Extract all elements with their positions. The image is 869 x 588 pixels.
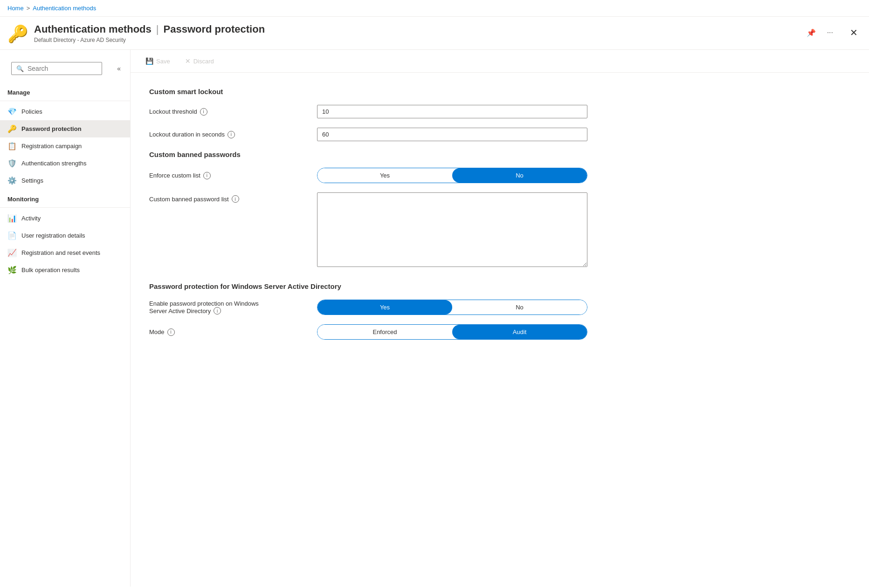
- custom-banned-list-info-icon[interactable]: i: [232, 195, 239, 203]
- authentication-strengths-icon: 🛡️: [7, 159, 17, 168]
- lockout-duration-info-icon[interactable]: i: [228, 131, 235, 138]
- policies-icon: 💎: [7, 107, 17, 116]
- breadcrumb-home[interactable]: Home: [7, 5, 24, 12]
- sidebar-item-settings[interactable]: ⚙️ Settings: [0, 172, 130, 189]
- sidebar-item-authentication-strengths[interactable]: 🛡️ Authentication strengths: [0, 155, 130, 172]
- sidebar-item-registration-reset-events[interactable]: 📈 Registration and reset events: [0, 244, 130, 261]
- lockout-duration-label: Lockout duration in seconds i: [149, 131, 317, 138]
- search-row: 🔍 «: [6, 58, 124, 79]
- sidebar-item-policies-label: Policies: [21, 108, 42, 115]
- sidebar-item-policies[interactable]: 💎 Policies: [0, 103, 130, 120]
- settings-icon: ⚙️: [7, 176, 17, 185]
- mode-row: Mode i Enforced Audit: [149, 324, 850, 340]
- sidebar-item-bulk-operation-results-label: Bulk operation results: [21, 267, 80, 273]
- enforce-yes-button[interactable]: Yes: [317, 168, 452, 183]
- discard-label: Discard: [193, 58, 214, 65]
- user-registration-details-icon: 📄: [7, 231, 17, 240]
- toolbar: 💾 Save ✕ Discard: [131, 50, 869, 73]
- banned-passwords-section-title: Custom banned passwords: [149, 150, 850, 158]
- custom-banned-list-textarea[interactable]: [317, 192, 587, 267]
- mode-enforced-button[interactable]: Enforced: [317, 325, 452, 339]
- registration-campaign-icon: 📋: [7, 142, 17, 150]
- close-button[interactable]: ✕: [846, 25, 862, 40]
- breadcrumb-separator: >: [27, 5, 30, 12]
- sidebar-item-user-registration-details-label: User registration details: [21, 232, 85, 239]
- enforce-custom-list-label: Enforce custom list i: [149, 172, 317, 179]
- main-content: 💾 Save ✕ Discard Custom smart lockout Lo…: [131, 50, 869, 587]
- manage-divider: [0, 101, 130, 101]
- page-title-main: Authentication methods: [34, 23, 152, 35]
- save-icon: 💾: [145, 57, 153, 65]
- discard-button[interactable]: ✕ Discard: [181, 55, 218, 68]
- page-subtitle: Default Directory - Azure AD Security: [34, 37, 265, 43]
- smart-lockout-section-title: Custom smart lockout: [149, 88, 850, 96]
- lockout-duration-input[interactable]: [317, 128, 587, 141]
- search-input[interactable]: [28, 65, 97, 72]
- sidebar-item-password-protection-label: Password protection: [21, 125, 82, 132]
- enable-protection-info-icon[interactable]: i: [214, 307, 221, 315]
- save-label: Save: [156, 58, 170, 65]
- more-options-button[interactable]: ···: [825, 27, 835, 39]
- pin-button[interactable]: 📌: [805, 27, 818, 39]
- enforce-no-button[interactable]: No: [452, 168, 587, 183]
- enable-yes-button[interactable]: Yes: [317, 300, 452, 315]
- registration-reset-events-icon: 📈: [7, 248, 17, 257]
- sidebar-item-password-protection[interactable]: 🔑 Password protection: [0, 120, 130, 137]
- content-body: Custom smart lockout Lockout threshold i…: [131, 73, 869, 364]
- bulk-operation-results-icon: 🌿: [7, 266, 17, 274]
- lockout-threshold-input-wrapper: [317, 105, 587, 118]
- mode-info-icon[interactable]: i: [167, 328, 175, 336]
- sidebar-item-activity-label: Activity: [21, 215, 41, 222]
- sidebar-item-authentication-strengths-label: Authentication strengths: [21, 160, 86, 167]
- manage-section-header: Manage: [0, 82, 130, 99]
- main-layout: 🔍 « Manage 💎 Policies 🔑 Password protect…: [0, 50, 869, 587]
- page-title-divider: |: [156, 23, 159, 35]
- page-header-text: Authentication methods | Password protec…: [34, 23, 265, 43]
- header-actions: 📌 ··· ✕: [805, 23, 862, 40]
- breadcrumb: Home > Authentication methods: [0, 0, 869, 17]
- password-protection-icon: 🔑: [7, 124, 17, 133]
- page-header-icon: 🔑: [7, 24, 28, 44]
- sidebar-item-registration-campaign[interactable]: 📋 Registration campaign: [0, 137, 130, 155]
- enforce-custom-list-info-icon[interactable]: i: [203, 172, 211, 179]
- custom-banned-list-row: Custom banned password list i: [149, 192, 850, 268]
- custom-banned-list-label: Custom banned password list i: [149, 192, 317, 203]
- sidebar-item-registration-reset-events-label: Registration and reset events: [21, 249, 100, 256]
- enable-protection-toggle[interactable]: Yes No: [317, 300, 587, 315]
- enforce-custom-list-toggle[interactable]: Yes No: [317, 168, 587, 183]
- page-title-section: Password protection: [164, 23, 265, 35]
- discard-icon: ✕: [185, 57, 191, 65]
- lockout-threshold-info-icon[interactable]: i: [200, 108, 207, 116]
- lockout-threshold-input[interactable]: [317, 105, 587, 118]
- activity-icon: 📊: [7, 214, 17, 223]
- enable-no-button[interactable]: No: [452, 300, 587, 315]
- sidebar-item-activity[interactable]: 📊 Activity: [0, 210, 130, 227]
- page-title: Authentication methods | Password protec…: [34, 23, 265, 35]
- lockout-duration-input-wrapper: [317, 128, 587, 141]
- monitoring-divider: [0, 207, 130, 208]
- windows-server-section-title: Password protection for Windows Server A…: [149, 282, 850, 290]
- save-button[interactable]: 💾 Save: [142, 55, 174, 68]
- enable-protection-row: Enable password protection on Windows Se…: [149, 300, 850, 315]
- custom-banned-list-textarea-wrapper: [317, 192, 587, 268]
- sidebar-item-registration-campaign-label: Registration campaign: [21, 143, 82, 150]
- mode-label: Mode i: [149, 328, 317, 336]
- mode-toggle[interactable]: Enforced Audit: [317, 324, 587, 340]
- search-icon: 🔍: [16, 65, 24, 72]
- sidebar-item-bulk-operation-results[interactable]: 🌿 Bulk operation results: [0, 261, 130, 279]
- lockout-threshold-row: Lockout threshold i: [149, 105, 850, 118]
- lockout-threshold-label: Lockout threshold i: [149, 108, 317, 116]
- enforce-custom-list-row: Enforce custom list i Yes No: [149, 168, 850, 183]
- page-header: 🔑 Authentication methods | Password prot…: [0, 17, 869, 50]
- sidebar-item-settings-label: Settings: [21, 177, 43, 184]
- monitoring-section-header: Monitoring: [0, 189, 130, 205]
- enable-protection-label: Enable password protection on Windows Se…: [149, 300, 317, 315]
- mode-audit-button[interactable]: Audit: [452, 325, 587, 339]
- breadcrumb-current[interactable]: Authentication methods: [33, 5, 96, 12]
- sidebar-item-user-registration-details[interactable]: 📄 User registration details: [0, 227, 130, 244]
- collapse-button[interactable]: «: [113, 63, 124, 74]
- sidebar: 🔍 « Manage 💎 Policies 🔑 Password protect…: [0, 50, 131, 587]
- search-box[interactable]: 🔍: [11, 62, 102, 75]
- lockout-duration-row: Lockout duration in seconds i: [149, 128, 850, 141]
